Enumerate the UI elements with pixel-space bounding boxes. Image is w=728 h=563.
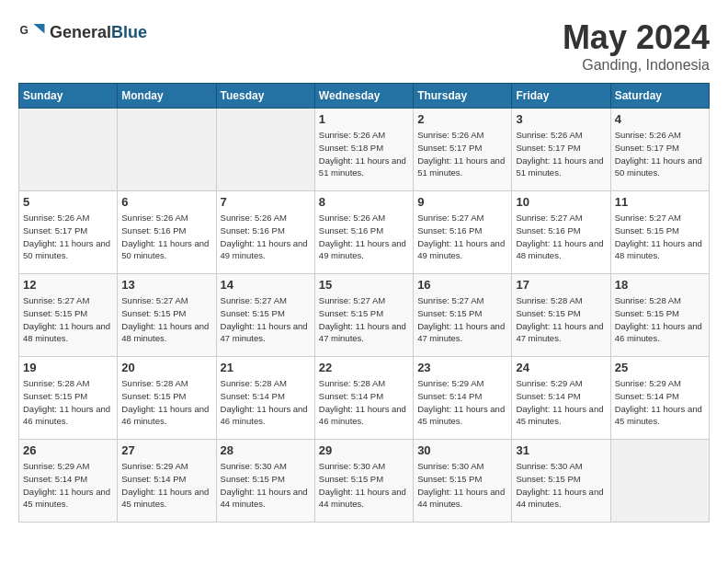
day-info: Sunrise: 5:26 AMSunset: 5:17 PMDaylight:… xyxy=(417,129,507,179)
calendar-week-row: 26Sunrise: 5:29 AMSunset: 5:14 PMDayligh… xyxy=(19,440,710,523)
calendar-cell: 27Sunrise: 5:29 AMSunset: 5:14 PMDayligh… xyxy=(118,440,216,523)
calendar-cell: 24Sunrise: 5:29 AMSunset: 5:14 PMDayligh… xyxy=(512,357,610,440)
header-thursday: Thursday xyxy=(414,84,512,109)
calendar-cell: 1Sunrise: 5:26 AMSunset: 5:18 PMDaylight… xyxy=(314,109,413,191)
title-area: May 2024 Ganding, Indonesia xyxy=(563,18,710,74)
day-number: 2 xyxy=(417,112,507,126)
month-title: May 2024 xyxy=(563,18,710,57)
svg-text:G: G xyxy=(20,24,28,37)
day-info: Sunrise: 5:28 AMSunset: 5:14 PMDaylight:… xyxy=(221,377,311,428)
day-info: Sunrise: 5:29 AMSunset: 5:14 PMDaylight:… xyxy=(121,460,211,511)
logo-blue-text: Blue xyxy=(111,23,147,41)
day-number: 30 xyxy=(417,443,507,457)
day-info: Sunrise: 5:30 AMSunset: 5:15 PMDaylight:… xyxy=(221,460,311,511)
day-info: Sunrise: 5:30 AMSunset: 5:15 PMDaylight:… xyxy=(417,460,507,511)
day-number: 1 xyxy=(319,112,409,126)
day-number: 16 xyxy=(417,278,507,292)
day-info: Sunrise: 5:29 AMSunset: 5:14 PMDaylight:… xyxy=(23,460,113,511)
calendar-cell: 14Sunrise: 5:27 AMSunset: 5:15 PMDayligh… xyxy=(216,274,314,357)
calendar-cell: 18Sunrise: 5:28 AMSunset: 5:15 PMDayligh… xyxy=(610,274,709,357)
calendar-cell: 8Sunrise: 5:26 AMSunset: 5:16 PMDaylight… xyxy=(314,191,413,274)
day-number: 12 xyxy=(23,278,113,292)
day-number: 26 xyxy=(23,443,113,457)
location-title: Ganding, Indonesia xyxy=(563,57,710,74)
day-number: 20 xyxy=(121,361,211,374)
day-number: 23 xyxy=(417,361,507,374)
calendar-cell xyxy=(610,440,709,523)
logo-general-text: General xyxy=(50,23,111,41)
day-number: 28 xyxy=(221,443,311,457)
day-number: 27 xyxy=(121,443,211,457)
logo: G GeneralBlue xyxy=(18,18,147,46)
calendar-cell: 10Sunrise: 5:27 AMSunset: 5:16 PMDayligh… xyxy=(512,191,610,274)
header-friday: Friday xyxy=(512,84,610,109)
day-info: Sunrise: 5:28 AMSunset: 5:15 PMDaylight:… xyxy=(23,377,113,428)
day-number: 18 xyxy=(615,278,705,292)
day-number: 25 xyxy=(615,361,705,374)
svg-marker-1 xyxy=(34,24,45,34)
calendar-header-row: SundayMondayTuesdayWednesdayThursdayFrid… xyxy=(19,84,710,109)
calendar-cell: 3Sunrise: 5:26 AMSunset: 5:17 PMDaylight… xyxy=(512,109,610,191)
calendar-cell: 6Sunrise: 5:26 AMSunset: 5:16 PMDaylight… xyxy=(118,191,216,274)
day-number: 19 xyxy=(23,361,113,374)
day-number: 29 xyxy=(319,443,409,457)
day-info: Sunrise: 5:26 AMSunset: 5:16 PMDaylight:… xyxy=(121,212,211,262)
day-info: Sunrise: 5:28 AMSunset: 5:15 PMDaylight:… xyxy=(121,377,211,428)
day-number: 17 xyxy=(516,278,606,292)
day-number: 7 xyxy=(221,195,311,209)
calendar-week-row: 12Sunrise: 5:27 AMSunset: 5:15 PMDayligh… xyxy=(19,274,710,357)
calendar-cell: 4Sunrise: 5:26 AMSunset: 5:17 PMDaylight… xyxy=(610,109,709,191)
calendar-cell: 11Sunrise: 5:27 AMSunset: 5:15 PMDayligh… xyxy=(610,191,709,274)
calendar-cell xyxy=(216,109,314,191)
day-info: Sunrise: 5:29 AMSunset: 5:14 PMDaylight:… xyxy=(417,377,507,428)
day-info: Sunrise: 5:30 AMSunset: 5:15 PMDaylight:… xyxy=(516,460,606,511)
day-info: Sunrise: 5:28 AMSunset: 5:15 PMDaylight:… xyxy=(516,294,606,345)
calendar-cell: 20Sunrise: 5:28 AMSunset: 5:15 PMDayligh… xyxy=(118,357,216,440)
day-info: Sunrise: 5:29 AMSunset: 5:14 PMDaylight:… xyxy=(516,377,606,428)
calendar-cell: 15Sunrise: 5:27 AMSunset: 5:15 PMDayligh… xyxy=(314,274,413,357)
day-info: Sunrise: 5:27 AMSunset: 5:15 PMDaylight:… xyxy=(221,294,311,345)
calendar-week-row: 19Sunrise: 5:28 AMSunset: 5:15 PMDayligh… xyxy=(19,357,710,440)
day-info: Sunrise: 5:28 AMSunset: 5:15 PMDaylight:… xyxy=(615,294,705,345)
header-wednesday: Wednesday xyxy=(314,84,413,109)
calendar-cell: 30Sunrise: 5:30 AMSunset: 5:15 PMDayligh… xyxy=(414,440,512,523)
calendar-cell xyxy=(19,109,118,191)
day-number: 13 xyxy=(121,278,211,292)
day-info: Sunrise: 5:27 AMSunset: 5:15 PMDaylight:… xyxy=(417,294,507,345)
day-number: 5 xyxy=(23,195,113,209)
header-monday: Monday xyxy=(118,84,216,109)
calendar-cell: 13Sunrise: 5:27 AMSunset: 5:15 PMDayligh… xyxy=(118,274,216,357)
day-info: Sunrise: 5:27 AMSunset: 5:16 PMDaylight:… xyxy=(516,212,606,262)
day-number: 4 xyxy=(615,112,705,126)
calendar-week-row: 5Sunrise: 5:26 AMSunset: 5:17 PMDaylight… xyxy=(19,191,710,274)
page-header: G GeneralBlue May 2024 Ganding, Indonesi… xyxy=(18,18,710,74)
day-number: 21 xyxy=(221,361,311,374)
day-info: Sunrise: 5:27 AMSunset: 5:16 PMDaylight:… xyxy=(417,212,507,262)
day-number: 15 xyxy=(319,278,409,292)
calendar-cell: 19Sunrise: 5:28 AMSunset: 5:15 PMDayligh… xyxy=(19,357,118,440)
day-number: 9 xyxy=(417,195,507,209)
calendar-cell: 25Sunrise: 5:29 AMSunset: 5:14 PMDayligh… xyxy=(610,357,709,440)
calendar-cell: 28Sunrise: 5:30 AMSunset: 5:15 PMDayligh… xyxy=(216,440,314,523)
calendar-cell: 31Sunrise: 5:30 AMSunset: 5:15 PMDayligh… xyxy=(512,440,610,523)
day-info: Sunrise: 5:27 AMSunset: 5:15 PMDaylight:… xyxy=(319,294,409,345)
day-info: Sunrise: 5:29 AMSunset: 5:14 PMDaylight:… xyxy=(615,377,705,428)
calendar-cell: 23Sunrise: 5:29 AMSunset: 5:14 PMDayligh… xyxy=(414,357,512,440)
day-info: Sunrise: 5:27 AMSunset: 5:15 PMDaylight:… xyxy=(23,294,113,345)
day-info: Sunrise: 5:28 AMSunset: 5:14 PMDaylight:… xyxy=(319,377,409,428)
day-number: 6 xyxy=(121,195,211,209)
day-info: Sunrise: 5:30 AMSunset: 5:15 PMDaylight:… xyxy=(319,460,409,511)
calendar-cell: 9Sunrise: 5:27 AMSunset: 5:16 PMDaylight… xyxy=(414,191,512,274)
day-info: Sunrise: 5:26 AMSunset: 5:17 PMDaylight:… xyxy=(516,129,606,179)
day-info: Sunrise: 5:27 AMSunset: 5:15 PMDaylight:… xyxy=(615,212,705,262)
day-number: 8 xyxy=(319,195,409,209)
calendar-cell xyxy=(118,109,216,191)
calendar-table: SundayMondayTuesdayWednesdayThursdayFrid… xyxy=(18,83,710,523)
calendar-cell: 12Sunrise: 5:27 AMSunset: 5:15 PMDayligh… xyxy=(19,274,118,357)
day-info: Sunrise: 5:26 AMSunset: 5:18 PMDaylight:… xyxy=(319,129,409,179)
day-number: 24 xyxy=(516,361,606,374)
calendar-week-row: 1Sunrise: 5:26 AMSunset: 5:18 PMDaylight… xyxy=(19,109,710,191)
day-number: 3 xyxy=(516,112,606,126)
day-number: 11 xyxy=(615,195,705,209)
day-info: Sunrise: 5:26 AMSunset: 5:16 PMDaylight:… xyxy=(319,212,409,262)
